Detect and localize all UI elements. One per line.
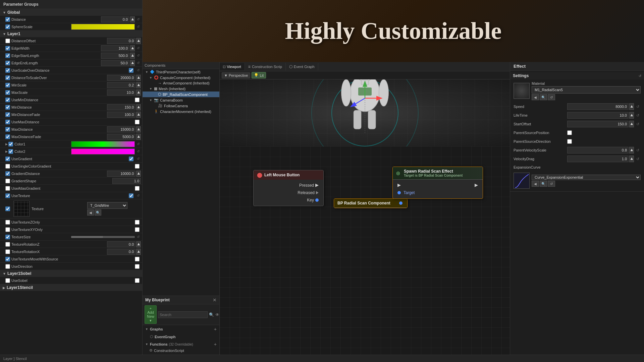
param-maxdistance-checkbox[interactable] <box>5 127 10 132</box>
param-edgestartlength-input[interactable] <box>101 53 129 59</box>
parentvelocityscale-input[interactable] <box>567 147 629 154</box>
speed-spin[interactable]: ⯅ <box>629 103 634 110</box>
param-usesobel-value[interactable] <box>135 278 140 283</box>
my-bp-graphs-header[interactable]: ▼ Graphs + <box>143 326 219 333</box>
param-usegradient-reset[interactable]: ↺ <box>136 156 141 162</box>
param-minscale-checkbox[interactable] <box>5 83 10 87</box>
velocitydrag-spin[interactable]: ⯅ <box>629 156 634 162</box>
tab-construction-script[interactable]: ≡ Construction Scrip <box>245 63 286 70</box>
param-texturerotationz-spin[interactable]: ⯅ <box>136 241 141 247</box>
texture-nav-left-btn[interactable]: ◀ <box>87 209 94 216</box>
section-layer1[interactable]: ▼ Layer1 <box>0 31 142 37</box>
param-usesinglecolorgradient-value[interactable] <box>135 164 140 169</box>
lit-btn[interactable]: 💡 Lit <box>252 72 266 78</box>
curve-search-btn[interactable]: 🔍 <box>540 181 547 187</box>
my-bp-functions-header[interactable]: ▼ Functions (32 Overridable) + <box>143 341 219 348</box>
param-color1-colorbar[interactable] <box>71 141 135 147</box>
param-edgeendlength-spin[interactable]: ⯅ <box>130 60 135 66</box>
texture-search-btn[interactable]: 🔍 <box>95 209 101 216</box>
texture-dropdown[interactable]: T_GridWire <box>87 202 127 209</box>
velocitydrag-reset[interactable]: ↺ <box>635 156 641 162</box>
material-refresh-btn[interactable]: ↺ <box>548 94 555 100</box>
section-global[interactable]: ▼ Global <box>0 9 142 16</box>
param-gradientdistance-spin[interactable]: ⯅ <box>136 171 141 177</box>
param-gradientshape-input[interactable] <box>112 178 141 184</box>
param-maxdistance-spin[interactable]: ⯅ <box>136 126 141 132</box>
parentvelocityscale-reset[interactable]: ↺ <box>635 147 641 153</box>
param-gradientdistance-input[interactable] <box>107 171 136 177</box>
param-edgeendlength-reset[interactable]: ↺ <box>136 60 141 66</box>
param-mindistance-checkbox[interactable] <box>5 105 10 110</box>
param-distanceoffset-checkbox[interactable] <box>5 39 10 43</box>
param-usedirection-value[interactable] <box>135 264 140 269</box>
param-spherescale-colorbar[interactable] <box>71 24 135 30</box>
blueprint-graph-area[interactable]: ⬤ Left Mouse Button Pressed Released <box>220 146 510 362</box>
settings-section-header[interactable]: Settings ↺ <box>510 72 644 79</box>
param-color2-colorbar[interactable] <box>71 148 135 155</box>
param-spherescale-reset[interactable]: ↺ <box>136 24 141 29</box>
param-usetexturezonly-checkbox[interactable] <box>5 220 10 225</box>
spawn-pin-target[interactable]: Target <box>393 189 483 196</box>
param-usetexturemovewithsource-value[interactable] <box>135 257 140 261</box>
param-texturerotationz-input[interactable] <box>107 241 136 247</box>
param-mindistancefade-checkbox[interactable] <box>5 112 10 117</box>
param-edgestartlength-reset[interactable]: ↺ <box>136 53 141 58</box>
lifetime-reset[interactable]: ↺ <box>635 112 641 118</box>
param-distance-reset[interactable]: ↺ <box>136 17 141 22</box>
param-usegradient-value[interactable] <box>129 157 133 161</box>
param-maxscale-input[interactable] <box>107 89 136 96</box>
startoffset-input[interactable] <box>567 121 629 127</box>
param-gradientdistance-checkbox[interactable] <box>5 171 10 176</box>
param-mindistancefade-spin[interactable]: ⯅ <box>136 112 141 118</box>
param-color1-checkbox[interactable] <box>8 142 13 146</box>
param-distanceoffset-input[interactable] <box>107 38 136 44</box>
hierarchy-item-arrow[interactable]: ▶ → ArrowComponent (Inherited) <box>143 80 219 86</box>
param-minscale-input[interactable] <box>107 82 136 88</box>
param-texturerotationz-checkbox[interactable] <box>5 242 10 247</box>
my-bp-eventgraph-header[interactable]: ▶ ⬡ EventGraph <box>143 334 219 340</box>
param-usetexturexyonly-checkbox[interactable] <box>5 227 10 232</box>
param-edgewidth-reset[interactable]: ↺ <box>136 46 141 51</box>
param-usescaleoverdistance-checkbox[interactable] <box>5 68 10 73</box>
lmb-pin-key[interactable]: Key <box>254 196 323 204</box>
tab-viewport[interactable]: □ Viewport <box>220 63 245 70</box>
param-distance-checkbox[interactable] <box>5 17 10 22</box>
param-distance-spin[interactable]: ⯅ <box>130 16 135 22</box>
my-bp-close-btn[interactable]: ✕ <box>213 297 217 303</box>
param-usetexturezonly-value[interactable] <box>135 220 140 225</box>
param-edgestartlength-spin[interactable]: ⯅ <box>130 53 135 59</box>
node-left-mouse-button[interactable]: ⬤ Left Mouse Button Pressed Released <box>253 170 324 206</box>
param-usescaleoverdistance-reset[interactable]: ↺ <box>136 68 141 73</box>
param-usedirection-checkbox[interactable] <box>5 264 10 269</box>
param-maxscale-spin[interactable]: ⯅ <box>136 89 141 96</box>
param-mindistance-input[interactable] <box>107 104 136 110</box>
param-maxscale-checkbox[interactable] <box>5 90 10 95</box>
param-distancetoscaleover-checkbox[interactable] <box>5 75 10 80</box>
param-minscale-spin[interactable]: ⯅ <box>136 82 141 88</box>
functions-add-btn[interactable]: + <box>214 342 217 347</box>
param-texturesize-reset[interactable]: ↺ <box>136 234 141 240</box>
param-edgewidth-spin[interactable]: ⯅ <box>130 45 135 51</box>
param-usemaxdistance-checkbox[interactable] <box>5 120 10 124</box>
material-dropdown[interactable]: M1_RadialScan5 <box>532 86 641 94</box>
my-bp-item-constructionscript[interactable]: ⚙ ConstructionScript <box>143 348 219 353</box>
param-edgestartlength-checkbox[interactable] <box>5 53 10 58</box>
param-texturerotationx-spin[interactable]: ⯅ <box>136 249 141 255</box>
param-color2-reset[interactable]: ↺ <box>136 149 141 154</box>
param-useatlasgradient-checkbox[interactable] <box>5 186 10 191</box>
param-color2-checkbox[interactable] <box>8 149 13 154</box>
param-usemaxdistance-value[interactable] <box>135 120 140 124</box>
param-texturerotationx-checkbox[interactable] <box>5 249 10 254</box>
parentsourcedirection-checkbox[interactable] <box>567 139 572 144</box>
section-layer1sobel[interactable]: ▼ Layer1Sobel <box>0 270 142 277</box>
hierarchy-item-capsule[interactable]: ▼ ⭕ CapsuleComponent (Inherited) <box>143 75 219 80</box>
param-distancetoscaleover-input[interactable] <box>107 75 136 81</box>
graphs-add-btn[interactable]: + <box>214 326 217 332</box>
add-new-button[interactable]: + Add New ▾ <box>145 305 157 324</box>
startoffset-spin[interactable]: ⯅ <box>629 121 634 127</box>
hierarchy-item-cameraboom[interactable]: ▼ 📷 CameraBoom <box>143 97 219 103</box>
curve-nav-back-btn[interactable]: ◀ <box>532 181 539 187</box>
param-usetexture-reset[interactable]: ↺ <box>136 193 141 198</box>
node-bp-radial-component[interactable]: BP Radial Scan Component <box>334 198 408 208</box>
lmb-pin-released[interactable]: Released <box>254 189 323 196</box>
